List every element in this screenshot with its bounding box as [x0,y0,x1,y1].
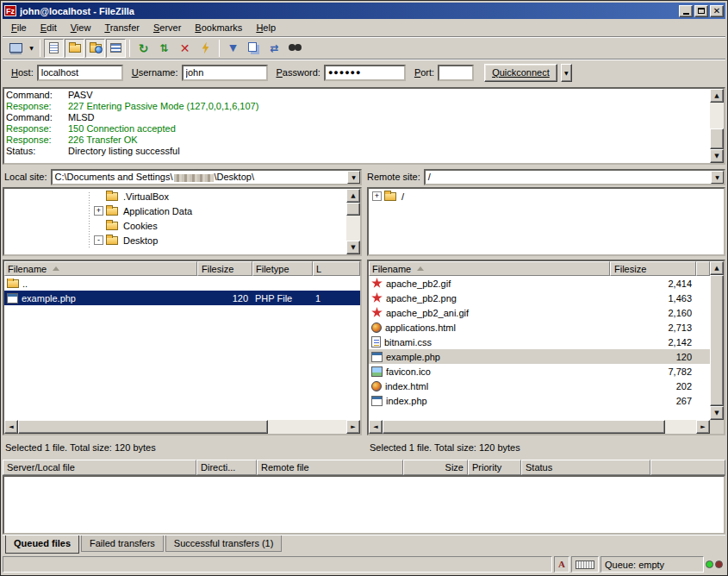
password-input[interactable] [324,65,406,81]
remote-site-combo[interactable]: / ▼ [424,169,725,185]
scroll-thumb[interactable] [18,420,268,434]
scroll-thumb[interactable] [710,275,724,406]
host-input[interactable] [37,65,123,81]
remote-list-body[interactable]: apache_pb2.gif2,414 apache_pb2.png1,463 … [369,276,710,420]
disconnect-button[interactable] [196,39,215,58]
menu-server[interactable]: Server [146,20,188,35]
local-list-body[interactable]: .. example.php 120 PHP File 1 [4,276,360,420]
scroll-left-icon[interactable]: ◄ [4,420,18,434]
menu-transfer[interactable]: Transfer [97,20,146,35]
username-input[interactable] [182,65,268,81]
tree-item-desktop[interactable]: - Desktop [4,233,346,247]
statusbar-alert-panel: A [554,556,569,573]
tab-queued-files[interactable]: Queued files [5,535,79,554]
scroll-track[interactable] [383,420,696,434]
maximize-button[interactable] [694,5,708,17]
scroll-track[interactable] [18,420,346,434]
local-list-hscrollbar[interactable]: ◄ ► [4,420,360,434]
toggle-local-tree-button[interactable] [65,39,84,58]
scroll-track[interactable] [710,103,724,149]
scroll-right-icon[interactable]: ► [346,420,360,434]
column-header-modified[interactable]: L [313,261,360,276]
menu-edit[interactable]: Edit [34,20,64,35]
column-header-filesize[interactable]: Filesize [610,261,696,276]
scroll-thumb[interactable] [710,128,724,149]
scroll-up-icon[interactable]: ▲ [710,89,724,103]
scroll-thumb[interactable] [383,420,665,434]
filter-button[interactable]: ▼ [223,39,243,58]
file-row-parent-dir[interactable]: .. [4,276,360,291]
close-button[interactable]: ✕ [710,5,724,17]
file-row-example-php[interactable]: example.php120 [369,349,710,364]
site-manager-button[interactable] [6,39,26,58]
column-header-server-local-file[interactable]: Server/Local file [3,460,196,475]
directory-comparison-button[interactable] [244,39,264,58]
site-manager-dropdown[interactable]: ▼ [27,39,36,58]
scroll-thumb[interactable] [346,203,360,216]
scroll-down-icon[interactable]: ▼ [346,241,360,254]
file-row[interactable]: apache_pb2_ani.gif2,160 [369,305,710,320]
file-row[interactable]: apache_pb2.png1,463 [369,291,710,305]
tree-item-cookies[interactable]: Cookies [4,218,346,233]
scroll-up-icon[interactable]: ▲ [346,189,360,203]
scroll-down-icon[interactable]: ▼ [710,149,724,163]
local-tree-scrollbar[interactable]: ▲ ▼ [346,189,360,254]
file-row[interactable]: applications.html2,713 [369,320,710,335]
scrollbar-corner [710,420,724,434]
tab-successful-transfers[interactable]: Successful transfers (1) [165,535,283,552]
scroll-left-icon[interactable]: ◄ [369,420,383,434]
toggle-remote-tree-button[interactable] [85,39,105,58]
column-header-direction[interactable]: Directi... [196,460,257,475]
menu-view[interactable]: View [64,20,98,35]
file-row[interactable]: apache_pb2.gif2,414 [369,276,710,291]
menu-bookmarks[interactable]: Bookmarks [188,20,249,35]
scroll-track[interactable] [710,275,724,406]
toggle-queue-button[interactable] [106,39,126,58]
menu-file[interactable]: File [4,20,34,35]
remote-list-scrollbar[interactable]: ▲ ▼ [710,261,724,420]
column-header-status[interactable]: Status [521,460,650,475]
port-input[interactable] [438,65,474,81]
remote-site-dropdown[interactable]: ▼ [711,171,724,184]
file-row[interactable]: favicon.ico7,782 [369,364,710,379]
file-row[interactable]: index.php267 [369,393,710,408]
quickconnect-dropdown[interactable]: ▼ [561,64,572,82]
column-header-priority[interactable]: Priority [468,460,521,475]
synchronized-browsing-button[interactable]: ⇄ [264,39,284,58]
minimize-button[interactable] [679,5,693,17]
process-queue-button[interactable]: ⇅ [154,39,174,58]
remote-list-hscrollbar[interactable]: ◄ ► [369,420,710,434]
toggle-message-log-button[interactable] [44,39,64,58]
file-row[interactable]: index.html202 [369,379,710,393]
menu-help[interactable]: Help [249,20,283,35]
quickconnect-button[interactable]: Quickconnect [484,64,557,82]
remote-directory-tree[interactable]: + / [367,187,725,256]
local-directory-tree[interactable]: .VirtualBox + Application Data Cookies -… [3,187,362,256]
tab-failed-transfers[interactable]: Failed transfers [81,535,164,552]
column-header-filesize[interactable]: Filesize [197,261,252,276]
scroll-down-icon[interactable]: ▼ [710,406,724,420]
column-header-filename[interactable]: Filename [4,261,197,276]
local-site-dropdown[interactable]: ▼ [347,171,360,184]
file-row[interactable]: bitnami.css2,142 [369,335,710,349]
scroll-up-icon[interactable]: ▲ [710,261,724,275]
tree-item-root[interactable]: + / [369,189,724,203]
column-header-remote-file[interactable]: Remote file [257,460,403,475]
tree-item-virtualbox[interactable]: .VirtualBox [4,189,346,203]
local-site-combo[interactable]: C:\Documents and Settings\\Desktop\ ▼ [51,169,362,185]
column-header-filename[interactable]: Filename [369,261,610,276]
queue-body[interactable] [3,475,725,535]
column-header-filetype[interactable]: Filetype [252,261,313,276]
tree-item-application-data[interactable]: + Application Data [4,203,346,218]
log-scrollbar[interactable]: ▲ ▼ [710,89,724,163]
find-files-button[interactable] [285,39,305,58]
scroll-right-icon[interactable]: ► [696,420,710,434]
refresh-button[interactable]: ↻ [134,39,153,58]
column-header-size[interactable]: Size [403,460,468,475]
scroll-track[interactable] [346,203,360,241]
expand-icon[interactable]: + [372,191,382,201]
collapse-icon[interactable]: - [94,235,103,245]
expand-icon[interactable]: + [94,206,103,216]
cancel-button[interactable]: ✕ [175,39,195,58]
file-row-example-php[interactable]: example.php 120 PHP File 1 [4,291,360,305]
